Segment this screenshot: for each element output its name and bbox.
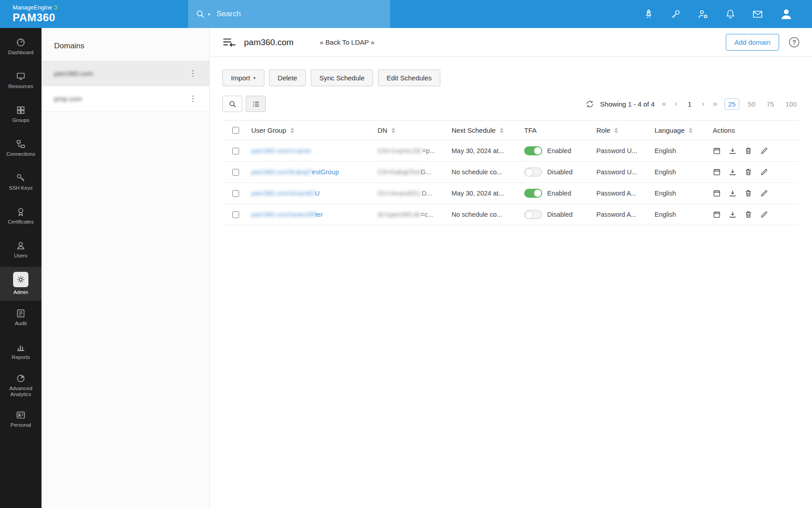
schedule-calendar-icon[interactable]	[713, 210, 721, 219]
search-scope-caret-icon[interactable]: ▾	[208, 12, 210, 17]
row-checkbox[interactable]	[232, 148, 239, 154]
notifications-bell-icon[interactable]	[725, 9, 736, 19]
audit-icon	[16, 308, 26, 318]
page-size-25[interactable]: 25	[724, 98, 739, 110]
user-group-link[interactable]: pam360.com\searchfilter	[251, 211, 323, 218]
sidebar-item-ssh-keys[interactable]: SSH Keys	[0, 165, 42, 199]
current-page-number[interactable]: 1	[684, 99, 694, 109]
delete-trash-icon[interactable]	[744, 168, 752, 176]
edit-pencil-icon[interactable]	[760, 147, 768, 155]
last-page-button[interactable]: »	[711, 99, 718, 108]
ssh-keys-icon	[16, 173, 26, 183]
tfa-toggle[interactable]	[524, 189, 542, 198]
select-all-checkbox[interactable]	[232, 127, 239, 134]
header-next-schedule[interactable]: Next Schedule	[452, 126, 524, 134]
header-tfa: TFA	[524, 126, 596, 134]
domains-panel-title: Domains	[42, 28, 209, 61]
sort-icon[interactable]	[689, 128, 692, 133]
import-button[interactable]: Import ▾	[222, 70, 264, 86]
next-schedule-value: No schedule co...	[452, 211, 524, 218]
tfa-toggle[interactable]	[524, 168, 542, 177]
sidebar-item-resources[interactable]: Resources	[0, 64, 42, 98]
schedule-calendar-icon[interactable]	[713, 168, 721, 176]
sidebar-item-certificates[interactable]: Certificates	[0, 199, 42, 233]
sidebar-item-admin[interactable]: Admin	[0, 267, 42, 301]
dashboard-icon	[16, 37, 26, 47]
sidebar-item-audit[interactable]: Audit	[0, 301, 42, 335]
password-key-icon[interactable]	[670, 9, 681, 19]
sort-icon[interactable]	[392, 128, 395, 133]
help-icon[interactable]: ?	[789, 37, 799, 47]
prev-page-button[interactable]: ‹	[674, 99, 679, 108]
mail-icon[interactable]	[752, 9, 763, 20]
user-group-link[interactable]: pam360.com\AnandOU	[251, 190, 320, 197]
sidebar-item-dashboard[interactable]: Dashboard	[0, 30, 42, 64]
sort-icon[interactable]	[614, 128, 618, 133]
sidebar-item-connections[interactable]: Connections	[0, 131, 42, 165]
sidebar-item-advanced-analytics[interactable]: Advanced Analytics	[0, 368, 42, 402]
row-checkbox[interactable]	[232, 190, 239, 197]
add-domain-button[interactable]: Add domain	[726, 34, 779, 51]
header-dn[interactable]: DN	[378, 126, 452, 134]
profile-avatar-icon[interactable]	[780, 7, 793, 21]
table-search-button[interactable]	[222, 96, 242, 112]
sidebar-item-personal[interactable]: Personal	[0, 402, 42, 436]
delete-button[interactable]: Delete	[269, 70, 306, 86]
back-to-ldap-link[interactable]: « Back To LDAP »	[320, 38, 374, 46]
delete-trash-icon[interactable]	[744, 147, 752, 155]
sort-icon[interactable]	[291, 128, 294, 133]
dn-value: dc=pam360,dc=c...	[378, 211, 433, 218]
sort-icon[interactable]	[500, 128, 503, 133]
advanced-analytics-icon	[16, 373, 26, 383]
tfa-toggle[interactable]	[524, 146, 542, 155]
getting-started-rocket-icon[interactable]	[643, 9, 654, 19]
page-size-75[interactable]: 75	[764, 99, 777, 109]
collapse-panel-icon[interactable]	[222, 37, 236, 47]
user-admin-icon[interactable]	[697, 9, 709, 20]
export-download-icon[interactable]	[729, 189, 737, 197]
domain-list-item[interactable]: pmp.com ⋮	[42, 86, 209, 112]
header-language[interactable]: Language	[655, 126, 713, 134]
domain-list-item[interactable]: pam360.com ⋮	[42, 61, 209, 86]
domains-panel: Domains pam360.com ⋮ pmp.com ⋮	[42, 28, 210, 508]
edit-pencil-icon[interactable]	[760, 210, 768, 219]
resources-icon	[16, 71, 26, 81]
delete-trash-icon[interactable]	[744, 210, 752, 219]
edit-schedules-button[interactable]: Edit Schedules	[378, 70, 440, 86]
export-download-icon[interactable]	[729, 168, 737, 176]
delete-trash-icon[interactable]	[744, 189, 752, 197]
edit-pencil-icon[interactable]	[760, 168, 768, 176]
action-toolbar: Import ▾ Delete Sync Schedule Edit Sched…	[210, 57, 812, 86]
row-checkbox[interactable]	[232, 211, 239, 218]
next-page-button[interactable]: ›	[701, 99, 706, 108]
global-search-bar[interactable]: ▾	[188, 0, 390, 28]
kebab-menu-icon[interactable]: ⋮	[185, 67, 200, 80]
refresh-icon[interactable]	[586, 100, 594, 108]
sync-schedule-button[interactable]: Sync Schedule	[311, 70, 373, 86]
schedule-calendar-icon[interactable]	[713, 189, 721, 197]
language-value: English	[655, 168, 713, 176]
first-page-button[interactable]: «	[660, 99, 667, 108]
role-value: Password U...	[596, 147, 655, 154]
search-input[interactable]	[217, 9, 352, 19]
header-role[interactable]: Role	[596, 126, 655, 134]
schedule-calendar-icon[interactable]	[713, 147, 721, 155]
export-download-icon[interactable]	[729, 210, 737, 219]
header-user-group[interactable]: User Group	[251, 126, 378, 134]
page-size-50[interactable]: 50	[745, 99, 758, 109]
edit-pencil-icon[interactable]	[760, 189, 768, 197]
import-caret-icon: ▾	[254, 75, 256, 80]
user-group-link[interactable]: pam360.com\1name	[251, 147, 311, 154]
kebab-menu-icon[interactable]: ⋮	[185, 92, 200, 105]
export-download-icon[interactable]	[729, 147, 737, 155]
row-checkbox[interactable]	[232, 169, 239, 176]
tfa-toggle[interactable]	[524, 210, 542, 219]
reports-icon	[16, 342, 26, 352]
column-chooser-button[interactable]	[246, 96, 266, 112]
page-size-100[interactable]: 100	[783, 99, 799, 109]
sidebar-item-users[interactable]: Users	[0, 233, 42, 267]
user-group-link[interactable]: pam360.com\KakajiTestGroup	[251, 168, 339, 176]
sidebar-item-reports[interactable]: Reports	[0, 335, 42, 368]
language-value: English	[655, 147, 713, 154]
sidebar-item-groups[interactable]: Groups	[0, 98, 42, 131]
